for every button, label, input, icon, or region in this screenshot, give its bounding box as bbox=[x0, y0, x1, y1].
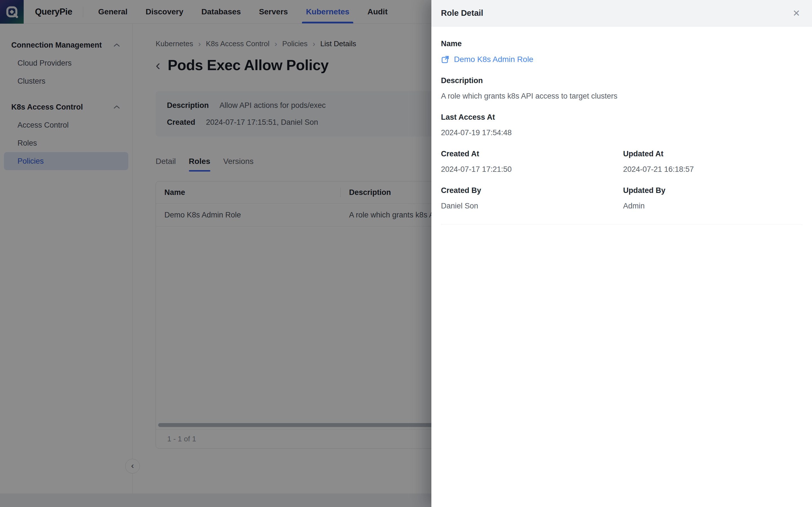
field-value: A role which grants k8s API access to ta… bbox=[441, 92, 802, 101]
external-link-icon bbox=[441, 55, 449, 64]
drawer-divider bbox=[441, 224, 802, 225]
drawer-title: Role Detail bbox=[441, 8, 483, 18]
field-label: Created By bbox=[441, 186, 623, 195]
field-label: Last Access At bbox=[441, 113, 802, 122]
field-value: 2024-07-21 16:18:57 bbox=[623, 165, 802, 174]
field-label: Name bbox=[441, 40, 802, 48]
drawer-header: Role Detail ✕ bbox=[432, 0, 812, 26]
field-label: Updated At bbox=[623, 150, 802, 158]
field-created-at: Created At 2024-07-17 17:21:50 bbox=[441, 150, 623, 174]
role-detail-drawer: Role Detail ✕ Name Demo K8s Admin Role D… bbox=[432, 0, 812, 507]
role-link-label: Demo K8s Admin Role bbox=[454, 55, 534, 64]
field-updated-by: Updated By Admin bbox=[623, 186, 802, 210]
field-last-access: Last Access At 2024-07-19 17:54:48 bbox=[441, 113, 802, 137]
field-label: Updated By bbox=[623, 186, 802, 195]
field-updated-at: Updated At 2024-07-21 16:18:57 bbox=[623, 150, 802, 174]
field-value: Admin bbox=[623, 202, 802, 210]
field-description: Description A role which grants k8s API … bbox=[441, 76, 802, 101]
field-created-by: Created By Daniel Son bbox=[441, 186, 623, 210]
field-name: Name Demo K8s Admin Role bbox=[441, 40, 802, 64]
field-value: 2024-07-19 17:54:48 bbox=[441, 128, 802, 137]
role-link[interactable]: Demo K8s Admin Role bbox=[441, 55, 802, 64]
field-label: Created At bbox=[441, 150, 623, 158]
field-label: Description bbox=[441, 76, 802, 85]
timestamps-grid: Created At 2024-07-17 17:21:50 Updated A… bbox=[441, 150, 802, 223]
drawer-body: Name Demo K8s Admin Role Description A r… bbox=[432, 26, 812, 507]
close-icon[interactable]: ✕ bbox=[793, 9, 800, 18]
field-value: 2024-07-17 17:21:50 bbox=[441, 165, 623, 174]
field-value: Daniel Son bbox=[441, 202, 623, 210]
